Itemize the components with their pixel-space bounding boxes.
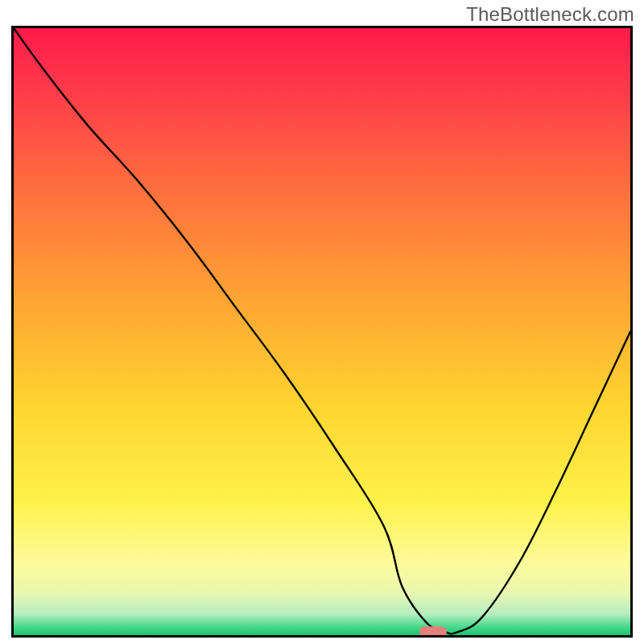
plot-area <box>11 26 633 638</box>
watermark-text: TheBottleneck.com <box>466 3 634 26</box>
bottleneck-chart <box>11 26 633 638</box>
chart-container: TheBottleneck.com <box>0 0 644 644</box>
gradient-background <box>14 28 630 635</box>
